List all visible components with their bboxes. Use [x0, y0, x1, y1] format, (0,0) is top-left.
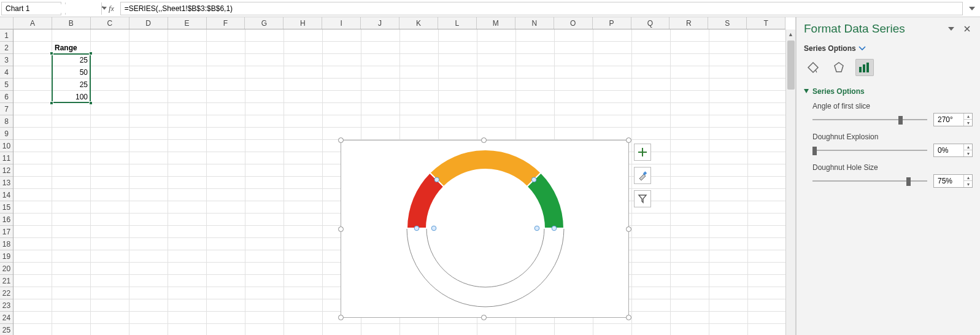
resize-handle[interactable] — [338, 137, 344, 143]
column-header[interactable]: T — [747, 17, 785, 29]
row-header[interactable]: 23 — [0, 299, 13, 312]
resize-handle[interactable] — [626, 137, 631, 143]
explosion-input[interactable]: ▴▾ — [933, 144, 973, 157]
row-header[interactable]: 4 — [0, 66, 13, 79]
hole-slider[interactable] — [812, 176, 927, 186]
column-headers[interactable]: ABCDEFGHIJKLMNOPQRST — [14, 17, 785, 29]
expand-formula-bar-button[interactable] — [966, 2, 978, 15]
row-header[interactable]: 11 — [0, 152, 13, 164]
selection-handle[interactable] — [50, 52, 53, 55]
row-header[interactable]: 7 — [0, 103, 13, 115]
resize-handle[interactable] — [338, 315, 344, 320]
cell-B2[interactable]: Range — [52, 42, 91, 54]
angle-slider[interactable] — [812, 115, 927, 125]
column-header[interactable]: J — [361, 17, 399, 29]
scroll-up-button[interactable]: ▲ — [786, 29, 795, 39]
row-header[interactable]: 13 — [0, 177, 13, 189]
column-header[interactable]: H — [284, 17, 322, 29]
spin-up[interactable]: ▴ — [963, 175, 972, 181]
row-header[interactable]: 20 — [0, 263, 13, 275]
chart-elements-button[interactable] — [634, 144, 651, 161]
column-header[interactable]: I — [322, 17, 361, 29]
chart-styles-button[interactable] — [634, 167, 651, 184]
hole-input-field[interactable] — [934, 177, 963, 185]
column-header[interactable]: E — [168, 17, 207, 29]
column-header[interactable]: B — [52, 17, 91, 29]
doughnut-chart[interactable] — [403, 145, 568, 311]
row-header[interactable]: 12 — [0, 164, 13, 177]
column-header[interactable]: N — [515, 17, 554, 29]
scroll-thumb[interactable] — [787, 40, 795, 90]
chart-object[interactable] — [341, 140, 629, 318]
angle-input-field[interactable] — [934, 115, 963, 124]
explosion-slider[interactable] — [812, 145, 927, 155]
column-header[interactable]: S — [708, 17, 747, 29]
column-header[interactable]: G — [245, 17, 284, 29]
row-header[interactable]: 6 — [0, 91, 13, 103]
resize-handle[interactable] — [481, 137, 487, 143]
column-header[interactable]: F — [207, 17, 245, 29]
formula-input[interactable] — [120, 2, 963, 15]
fill-line-tab[interactable] — [804, 59, 822, 76]
column-header[interactable]: C — [91, 17, 129, 29]
fx-icon[interactable]: fx — [106, 4, 117, 13]
row-header[interactable]: 5 — [0, 79, 13, 91]
selection-handle[interactable] — [89, 101, 93, 105]
row-header[interactable]: 22 — [0, 287, 13, 299]
pane-options-button[interactable] — [946, 23, 957, 34]
row-header[interactable]: 15 — [0, 201, 13, 214]
column-header[interactable]: D — [129, 17, 168, 29]
row-header[interactable]: 14 — [0, 189, 13, 201]
resize-handle[interactable] — [338, 226, 344, 232]
column-header[interactable]: Q — [631, 17, 670, 29]
name-box-input[interactable] — [2, 4, 101, 13]
select-all-corner[interactable] — [0, 17, 14, 29]
selection-handle[interactable] — [89, 52, 93, 55]
pane-close-button[interactable] — [962, 23, 973, 34]
column-header[interactable]: R — [669, 17, 708, 29]
explosion-label: Doughnut Explosion — [804, 133, 973, 141]
resize-handle[interactable] — [626, 226, 631, 232]
column-header[interactable]: M — [477, 17, 515, 29]
column-header[interactable]: O — [554, 17, 593, 29]
spin-down[interactable]: ▾ — [963, 120, 972, 126]
column-header[interactable]: L — [438, 17, 477, 29]
row-header[interactable]: 3 — [0, 54, 13, 66]
hole-label: Doughnut Hole Size — [804, 163, 973, 172]
row-header[interactable]: 21 — [0, 275, 13, 287]
row-headers[interactable]: 1234567891011121314151617181920212223242… — [0, 29, 14, 335]
row-header[interactable]: 10 — [0, 140, 13, 152]
row-header[interactable]: 25 — [0, 324, 13, 335]
hole-input[interactable]: ▴▾ — [933, 174, 973, 188]
chart-filters-button[interactable] — [634, 190, 651, 207]
column-header[interactable]: K — [399, 17, 438, 29]
chevron-down-icon[interactable] — [858, 45, 866, 52]
effects-tab[interactable] — [830, 59, 848, 76]
spin-down[interactable]: ▾ — [963, 181, 972, 187]
column-header[interactable]: P — [593, 17, 631, 29]
collapse-icon[interactable] — [804, 89, 809, 94]
column-header[interactable]: A — [14, 17, 52, 29]
name-box-dropdown[interactable] — [101, 2, 107, 15]
row-header[interactable]: 24 — [0, 312, 13, 324]
spin-up[interactable]: ▴ — [963, 144, 972, 150]
spin-up[interactable]: ▴ — [963, 114, 972, 120]
name-box[interactable] — [1, 2, 61, 15]
vertical-scrollbar[interactable]: ▲ — [785, 29, 795, 335]
row-header[interactable]: 17 — [0, 226, 13, 238]
row-header[interactable]: 8 — [0, 115, 13, 128]
row-header[interactable]: 18 — [0, 238, 13, 250]
resize-handle[interactable] — [481, 315, 487, 320]
row-header[interactable]: 16 — [0, 214, 13, 226]
selection-handle[interactable] — [50, 101, 53, 105]
explosion-input-field[interactable] — [934, 146, 963, 155]
row-header[interactable]: 2 — [0, 42, 13, 54]
spin-down[interactable]: ▾ — [963, 150, 972, 156]
resize-handle[interactable] — [626, 315, 631, 320]
series-options-tab[interactable] — [855, 59, 874, 76]
angle-input[interactable]: ▴▾ — [933, 113, 973, 126]
spreadsheet-grid[interactable]: ABCDEFGHIJKLMNOPQRST 1234567891011121314… — [0, 17, 796, 335]
row-header[interactable]: 19 — [0, 250, 13, 263]
row-header[interactable]: 9 — [0, 128, 13, 140]
row-header[interactable]: 1 — [0, 29, 13, 42]
